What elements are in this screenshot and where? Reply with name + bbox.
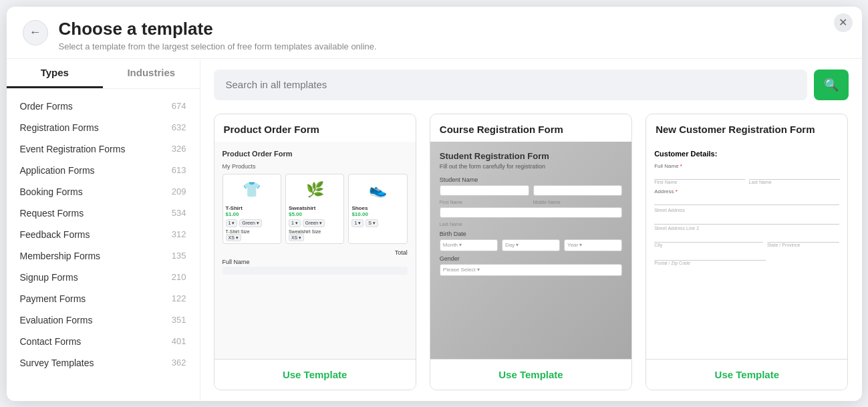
full-name-input-preview (223, 267, 408, 275)
sidebar-item-label: Signup Forms (20, 272, 78, 283)
template-title-new-customer: New Customer Registration Form (656, 124, 838, 142)
sidebar-item-membership-forms[interactable]: Membership Forms 135 (7, 245, 200, 267)
product-tshirt: 👕 T-Shirt $1.00 1 ▾ Green ▾ T-Shirt Size… (223, 174, 281, 244)
template-card-new-customer: New Customer Registration Form Customer … (645, 114, 848, 390)
sidebar-item-payment-forms[interactable]: Payment Forms 122 (7, 288, 200, 309)
template-card-product-order: Product Order Form Product Order Form My… (214, 114, 416, 390)
total-label: Total (223, 249, 408, 256)
modal-body: Types Industries Order Forms 674 Registr… (7, 59, 862, 401)
use-template-new-customer[interactable]: Use Template (646, 360, 847, 390)
tshirt-icon: 👕 (226, 177, 278, 202)
template-modal: ✕ ← Choose a template Select a template … (7, 7, 862, 401)
search-icon: 🔍 (824, 78, 839, 92)
sidebar-item-registration-forms[interactable]: Registration Forms 632 (7, 117, 200, 138)
tab-industries[interactable]: Industries (103, 59, 200, 88)
sidebar-item-count: 351 (172, 315, 186, 325)
template-title-course-registration: Course Registration Form (440, 124, 622, 142)
sidebar-item-count: 209 (172, 186, 186, 196)
search-bar: 🔍 (214, 70, 849, 100)
sidebar-item-count: 362 (172, 358, 186, 368)
sidebar-item-request-forms[interactable]: Request Forms 534 (7, 202, 200, 224)
sidebar-tabs: Types Industries (7, 59, 200, 89)
use-template-product-order[interactable]: Use Template (214, 360, 416, 390)
sidebar-item-count: 632 (172, 122, 186, 132)
sidebar-item-label: Application Forms (20, 165, 95, 176)
products-row: 👕 T-Shirt $1.00 1 ▾ Green ▾ T-Shirt Size… (223, 174, 408, 244)
header-text: Choose a template Select a template from… (59, 19, 377, 51)
sidebar-item-label: Membership Forms (20, 251, 101, 261)
sidebar-item-count: 135 (172, 251, 186, 261)
sidebar-item-label: Payment Forms (20, 293, 86, 304)
sidebar-item-signup-forms[interactable]: Signup Forms 210 (7, 267, 200, 288)
sidebar-item-evaluation-forms[interactable]: Evaluation Forms 351 (7, 309, 200, 331)
sidebar-item-count: 401 (172, 336, 186, 346)
sidebar-item-label: Event Registration Forms (20, 144, 126, 154)
use-template-course-registration[interactable]: Use Template (430, 360, 631, 390)
sidebar: Types Industries Order Forms 674 Registr… (7, 59, 200, 401)
sweatshirt-icon: 🌿 (289, 177, 341, 202)
sidebar-item-count: 674 (172, 101, 186, 111)
template-preview-course-registration: Student Registration Form Fill out the f… (430, 142, 631, 360)
preview-form-title: Product Order Form (223, 150, 408, 158)
sidebar-item-count: 312 (172, 229, 186, 239)
product-shoes: 👟 Shoes $10.00 1 ▾ S ▾ (348, 174, 407, 244)
preview-section-label: My Products (223, 163, 408, 170)
sidebar-item-application-forms[interactable]: Application Forms 613 (7, 160, 200, 181)
sidebar-item-label: Registration Forms (20, 122, 99, 133)
templates-grid: Product Order Form Product Order Form My… (214, 114, 849, 390)
sidebar-item-count: 326 (172, 144, 186, 154)
search-input[interactable] (214, 70, 807, 100)
main-content: 🔍 Product Order Form Product Order Form … (200, 59, 862, 401)
modal-title: Choose a template (59, 19, 377, 39)
modal-subtitle: Select a template from the largest selec… (59, 41, 377, 51)
sidebar-item-booking-forms[interactable]: Booking Forms 209 (7, 181, 200, 202)
template-preview-new-customer: Customer Details: Full Name * First Name… (646, 142, 847, 360)
sidebar-item-label: Feedback Forms (20, 229, 90, 240)
full-name-field: Full Name (223, 259, 408, 265)
sidebar-items-list: Order Forms 674 Registration Forms 632 E… (7, 89, 200, 401)
sidebar-item-label: Request Forms (20, 208, 84, 219)
sidebar-item-order-forms[interactable]: Order Forms 674 (7, 96, 200, 117)
preview-course-title: Student Registration Form (440, 151, 622, 161)
sidebar-item-count: 534 (172, 208, 186, 218)
close-button[interactable]: ✕ (834, 13, 853, 32)
sidebar-item-contact-forms[interactable]: Contact Forms 401 (7, 331, 200, 352)
preview-customer-section: Customer Details: (654, 150, 839, 158)
sidebar-item-survey-templates[interactable]: Survey Templates 362 (7, 352, 200, 374)
sidebar-item-label: Order Forms (20, 101, 73, 112)
back-icon: ← (29, 25, 41, 39)
shoes-icon: 👟 (351, 177, 404, 202)
sidebar-item-label: Booking Forms (20, 186, 83, 197)
sidebar-item-label: Evaluation Forms (20, 315, 93, 325)
template-card-course-registration: Course Registration Form Student Registr… (430, 114, 632, 390)
template-preview-product-order: Product Order Form My Products 👕 T-Shirt… (214, 142, 416, 360)
tab-types[interactable]: Types (7, 59, 104, 88)
sidebar-item-count: 122 (172, 293, 186, 303)
sidebar-item-count: 210 (172, 272, 186, 282)
close-icon: ✕ (839, 16, 847, 29)
back-button[interactable]: ← (23, 20, 48, 45)
search-button[interactable]: 🔍 (814, 70, 849, 100)
sidebar-item-label: Survey Templates (20, 358, 94, 368)
modal-header: ← Choose a template Select a template fr… (7, 7, 862, 59)
sidebar-item-label: Contact Forms (20, 336, 82, 347)
template-title-product-order: Product Order Form (224, 124, 406, 142)
product-sweatshirt: 🌿 Sweatshirt $5.00 1 ▾ Green ▾ Sweatshir… (285, 174, 344, 244)
preview-course-subtitle: Fill out the form carefully for registra… (440, 163, 622, 170)
sidebar-item-event-registration[interactable]: Event Registration Forms 326 (7, 138, 200, 160)
sidebar-item-count: 613 (172, 165, 186, 175)
sidebar-item-feedback-forms[interactable]: Feedback Forms 312 (7, 224, 200, 245)
